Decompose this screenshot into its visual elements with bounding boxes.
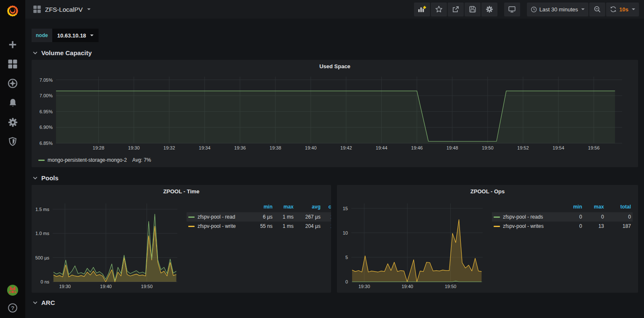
svg-text:19:46: 19:46 [411,145,423,150]
legend-header-row: min max total [492,203,633,212]
page-title: ZFS-LocalPV [45,6,83,13]
legend-value: 0 [563,212,584,222]
variable-node-dropdown[interactable]: 10.63.10.18 [52,29,99,42]
svg-text:7.00%: 7.00% [40,93,53,98]
svg-text:19:40: 19:40 [100,284,112,289]
svg-text:1.0 ms: 1.0 ms [35,231,50,236]
dashboards-icon [8,59,18,69]
settings-gear-icon [486,5,493,13]
svg-text:19:40: 19:40 [401,284,413,289]
legend-value: 135 µs [322,222,331,231]
help-question-icon: ? [8,303,18,313]
sidebar-item-alerting[interactable] [7,97,19,109]
used-space-chart[interactable]: 6.85%6.90%6.95%7.00%7.05%19:2819:3019:32… [35,74,635,152]
time-range-picker[interactable]: Last 30 minutes [527,3,589,16]
sidebar-item-server-admin[interactable] [7,136,19,147]
sidebar-item-create[interactable] [7,39,19,51]
legend-value: 1 ms [274,212,295,222]
svg-text:?: ? [11,305,14,311]
panel-title[interactable]: Used Space [32,60,638,69]
grafana-logo[interactable] [0,0,25,22]
panel-title[interactable]: ZPOOL - Ops [337,185,638,195]
svg-text:19:50: 19:50 [141,284,153,289]
alerting-bell-icon [8,98,18,108]
legend-col-min[interactable]: min [563,203,584,212]
legend-value: 1 ms [274,222,295,231]
sidebar-item-dashboards[interactable] [7,58,19,70]
legend-col-max[interactable]: max [274,203,295,212]
svg-text:19:36: 19:36 [234,145,246,150]
save-icon [469,5,476,13]
legend-col-min[interactable]: min [251,203,274,212]
zpool-time-legend: min max avg current zfspv-pool - read 6 … [187,203,331,231]
legend-value: 204 µs [295,222,322,231]
sidebar-bottom: ? [7,284,19,318]
legend-row-writes: zfspv-pool - writes 0 13 187 [492,222,633,231]
legend-series-toggle[interactable]: zfspv-pool - read [187,212,251,222]
user-avatar[interactable] [7,284,19,296]
svg-text:19:56: 19:56 [588,145,600,150]
zoom-out-time-button[interactable] [589,3,605,16]
svg-text:0 ns: 0 ns [40,279,49,284]
navbar: ZFS-LocalPV [25,0,644,19]
sidebar: ? [0,0,25,318]
svg-text:19:50: 19:50 [482,145,494,150]
legend-col-avg[interactable]: avg [295,203,322,212]
svg-text:6.95%: 6.95% [40,109,53,114]
legend-value: 187 [606,222,633,231]
dashboard-content: node 10.63.10.18 Volume Capacity Used Sp… [25,19,644,318]
add-panel-button[interactable] [414,3,430,16]
dashboard-title-button[interactable]: ZFS-LocalPV [33,5,91,13]
sidebar-item-configuration[interactable] [7,116,19,128]
series-swatch [494,216,500,218]
zpool-ops-chart[interactable]: 05101519:3019:4019:50 [339,201,486,290]
avatar-image [7,284,19,297]
panel-title[interactable]: ZPOOL - Time [32,185,331,195]
zoom-out-icon [593,5,601,13]
legend-series-toggle[interactable]: zfspv-pool - write [187,222,251,231]
chevron-down-icon [87,8,91,10]
share-dashboard-button[interactable] [448,3,464,16]
legend-value: 0 [606,212,633,222]
svg-text:19:30: 19:30 [59,284,71,289]
section-arc[interactable]: ARC [32,296,638,309]
chevron-down-icon [90,35,94,36]
svg-text:0: 0 [345,279,348,284]
legend-row-write: zfspv-pool - write 55 ns 1 ms 204 µs 135… [187,222,331,231]
section-title: Volume Capacity [41,49,92,56]
series-swatch [188,226,195,227]
chevron-down-icon [32,50,38,56]
zpool-time-chart[interactable]: 0 ns500 µs1.0 ms1.5 ms19:3019:4019:50 [34,201,181,290]
refresh-button[interactable]: 10s [606,3,639,16]
legend-row-read: zfspv-pool - read 6 µs 1 ms 267 µs 172 µ… [187,212,331,222]
legend-value: 267 µs [295,212,322,222]
legend-value: 0 [563,222,584,231]
chevron-down-icon [32,175,38,181]
explore-compass-icon [8,78,18,88]
used-space-legend: mongo-persistent-storage-mongo-2 Avg: 7% [38,157,151,163]
save-dashboard-button[interactable] [465,3,481,16]
refresh-interval-label: 10s [619,6,628,13]
sidebar-item-explore[interactable] [7,77,19,89]
star-dashboard-button[interactable] [431,3,447,16]
legend-series-toggle[interactable]: zfspv-pool - reads [492,212,563,222]
legend-series-name[interactable]: mongo-persistent-storage-mongo-2 [48,157,127,163]
legend-col-max[interactable]: max [584,203,606,212]
dashboard-settings-button[interactable] [481,3,497,16]
svg-text:19:28: 19:28 [93,145,104,150]
svg-text:15: 15 [343,206,348,211]
svg-text:19:50: 19:50 [445,284,457,289]
section-pools[interactable]: Pools [32,171,638,184]
help-button[interactable]: ? [7,302,19,314]
legend-value: 55 ns [251,222,274,231]
svg-text:19:30: 19:30 [128,145,140,150]
cycle-view-monitor-icon [508,5,516,13]
legend-col-current[interactable]: current [322,203,331,212]
legend-col-total[interactable]: total [606,203,633,212]
svg-text:19:34: 19:34 [199,145,211,150]
section-volume-capacity[interactable]: Volume Capacity [32,46,638,59]
legend-series-toggle[interactable]: zfspv-pool - writes [492,222,563,231]
svg-text:19:38: 19:38 [270,145,281,150]
cycle-view-mode-button[interactable] [504,3,520,16]
svg-text:19:54: 19:54 [553,145,564,150]
